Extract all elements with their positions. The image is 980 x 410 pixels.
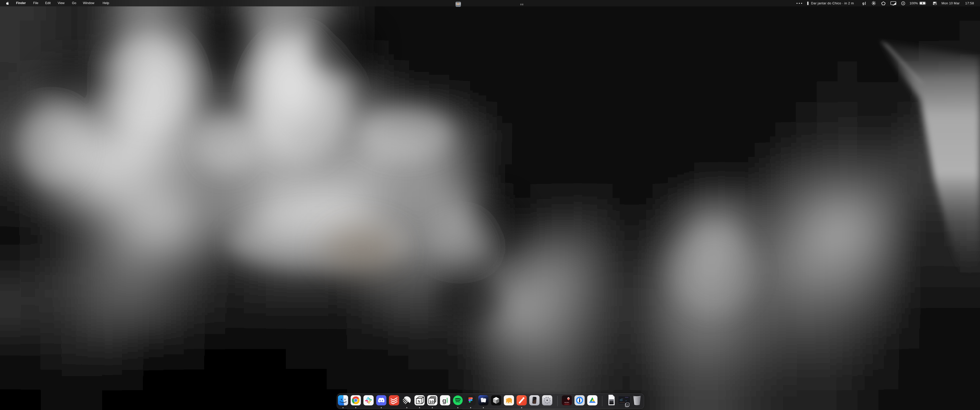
- svg-text:11: 11: [627, 404, 628, 406]
- svg-text:raycast: raycast: [564, 402, 569, 403]
- svg-text:10: 10: [430, 399, 434, 404]
- svg-text:N: N: [418, 399, 421, 404]
- svg-text:g: g: [442, 397, 446, 404]
